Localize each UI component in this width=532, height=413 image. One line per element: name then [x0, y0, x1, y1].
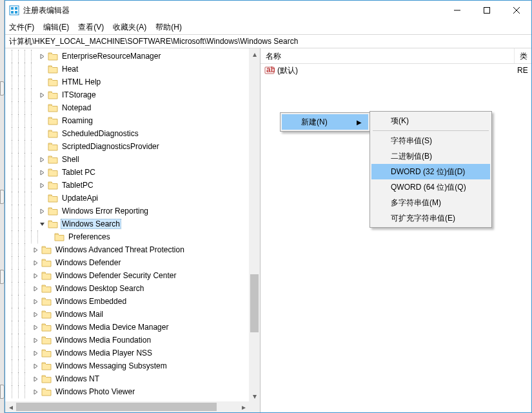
menu-favorites[interactable]: 收藏夹(A) [113, 22, 146, 33]
folder-icon [48, 168, 58, 177]
tree-node[interactable]: HTML Help [5, 76, 249, 88]
expand-icon[interactable] [31, 348, 40, 358]
tree-node[interactable]: Windows Defender [5, 256, 249, 269]
expand-icon[interactable] [31, 297, 40, 306]
tree-node-label: TabletPC [61, 180, 95, 190]
tree-node[interactable]: Notepad [5, 101, 249, 114]
expand-icon[interactable] [37, 181, 46, 190]
ctx-new-label: 新建(N) [301, 117, 328, 128]
tree-node[interactable]: Heat [5, 63, 249, 76]
menu-file[interactable]: 文件(F) [9, 22, 34, 33]
maximize-button[interactable] [472, 1, 502, 20]
client-area: EnterpriseResourceManagerHeatHTML HelpIT… [5, 48, 531, 412]
no-expand-icon [37, 103, 46, 112]
collapse-icon[interactable] [37, 219, 46, 228]
scroll-thumb[interactable] [16, 403, 217, 411]
tree-node-label: Windows Media Device Manager [54, 322, 170, 332]
tree-node[interactable]: Windows NT [5, 372, 249, 385]
expand-icon[interactable] [31, 310, 40, 319]
registry-tree[interactable]: EnterpriseResourceManagerHeatHTML HelpIT… [5, 48, 249, 398]
tree-node-label: Windows Mail [54, 309, 104, 319]
tree-horizontal-scrollbar[interactable]: ◂ ▸ [5, 401, 249, 412]
tree-node[interactable]: Windows Media Player NSS [5, 347, 249, 359]
tree-node[interactable]: Roaming [5, 114, 249, 127]
expand-icon[interactable] [31, 271, 40, 280]
tree-node[interactable]: Windows Error Reporting [5, 205, 249, 217]
value-list-pane[interactable]: 名称 类 ab (默认) RE 新建(N) ▶ [261, 48, 531, 412]
tree-node[interactable]: Windows Media Foundation [5, 334, 249, 347]
tree-node[interactable]: ScriptedDiagnosticsProvider [5, 140, 249, 153]
ctx-new-expandstring[interactable]: 可扩充字符串值(E) [371, 210, 490, 226]
window-title: 注册表编辑器 [23, 5, 70, 16]
tree-node-label: HTML Help [61, 77, 102, 87]
tree-node[interactable]: Preferences [5, 230, 249, 243]
column-type[interactable]: 类 [515, 48, 531, 63]
tree-node[interactable]: UpdateApi [5, 192, 249, 205]
tree-node-label: Windows Defender [54, 257, 122, 268]
expand-icon[interactable] [37, 155, 46, 164]
tree-node-label: ScriptedDiagnosticsProvider [61, 141, 161, 152]
ctx-new-multistring[interactable]: 多字符串值(M) [371, 195, 490, 210]
expand-icon[interactable] [31, 336, 40, 345]
column-name[interactable]: 名称 [261, 48, 515, 63]
scroll-left-button[interactable]: ◂ [5, 401, 16, 412]
tree-node[interactable]: EnterpriseResourceManager [5, 50, 249, 63]
menu-help[interactable]: 帮助(H) [155, 22, 182, 33]
ctx-new-string[interactable]: 字符串值(S) [371, 133, 490, 148]
expand-icon[interactable] [31, 374, 40, 383]
tree-vertical-scrollbar[interactable]: ▴ ▾ [249, 48, 260, 401]
expand-icon[interactable] [31, 361, 40, 370]
scroll-right-button[interactable]: ▸ [238, 401, 249, 412]
scroll-thumb[interactable] [250, 274, 259, 332]
tree-node[interactable]: Windows Media Device Manager [5, 321, 249, 334]
minimize-button[interactable] [442, 1, 472, 20]
tree-node[interactable]: Windows Advanced Threat Protection [5, 243, 249, 256]
tree-node-label: Windows Advanced Threat Protection [54, 245, 186, 255]
tree-node[interactable]: ITStorage [5, 88, 249, 101]
no-expand-icon [37, 116, 46, 125]
background-tab [0, 385, 5, 399]
menu-edit[interactable]: 编辑(E) [43, 22, 69, 33]
expand-icon[interactable] [31, 245, 40, 254]
tree-node[interactable]: TabletPC [5, 179, 249, 192]
ctx-new-key[interactable]: 项(K) [371, 113, 490, 128]
tree-node[interactable]: Windows Messaging Subsystem [5, 359, 249, 372]
folder-icon [48, 206, 58, 216]
scroll-up-button[interactable]: ▴ [249, 48, 260, 59]
title-bar[interactable]: 注册表编辑器 [5, 1, 531, 20]
expand-icon[interactable] [31, 323, 40, 332]
tree-node[interactable]: Windows Defender Security Center [5, 269, 249, 282]
tree-node[interactable]: ScheduledDiagnostics [5, 127, 249, 140]
ctx-new-dword[interactable]: DWORD (32 位)值(D) [371, 164, 490, 179]
tree-node[interactable]: Windows Embedded [5, 295, 249, 308]
expand-icon[interactable] [31, 387, 40, 396]
tree-node[interactable]: Windows Desktop Search [5, 282, 249, 295]
folder-icon [41, 361, 52, 370]
address-path: 计算机\HKEY_LOCAL_MACHINE\SOFTWARE\Microsof… [9, 36, 298, 47]
expand-icon[interactable] [37, 90, 46, 99]
scroll-down-button[interactable]: ▾ [249, 390, 260, 401]
app-icon [9, 5, 19, 15]
tree-node[interactable]: Windows Search [5, 217, 249, 230]
no-expand-icon [37, 129, 46, 138]
tree-node[interactable]: Tablet PC [5, 166, 249, 179]
tree-node[interactable]: Windows Photo Viewer [5, 385, 249, 398]
menu-view[interactable]: 查看(V) [78, 22, 104, 33]
expand-icon[interactable] [31, 258, 40, 267]
tree-node[interactable]: Shell [5, 153, 249, 166]
tree-node[interactable]: Windows Mail [5, 308, 249, 321]
value-row-default[interactable]: ab (默认) RE [261, 64, 531, 77]
expand-icon[interactable] [37, 52, 46, 61]
expand-icon[interactable] [31, 284, 40, 293]
address-bar[interactable]: 计算机\HKEY_LOCAL_MACHINE\SOFTWARE\Microsof… [5, 34, 531, 48]
tree-node-label: Windows Desktop Search [54, 283, 145, 294]
expand-icon[interactable] [37, 206, 46, 216]
no-expand-icon [37, 65, 46, 74]
folder-icon [41, 297, 52, 306]
ctx-new[interactable]: 新建(N) ▶ [282, 114, 368, 130]
close-button[interactable] [502, 1, 531, 20]
ctx-new-qword[interactable]: QWORD (64 位)值(Q) [371, 179, 490, 195]
ctx-new-binary[interactable]: 二进制值(B) [371, 148, 490, 164]
list-header[interactable]: 名称 类 [261, 48, 531, 64]
expand-icon[interactable] [37, 168, 46, 177]
